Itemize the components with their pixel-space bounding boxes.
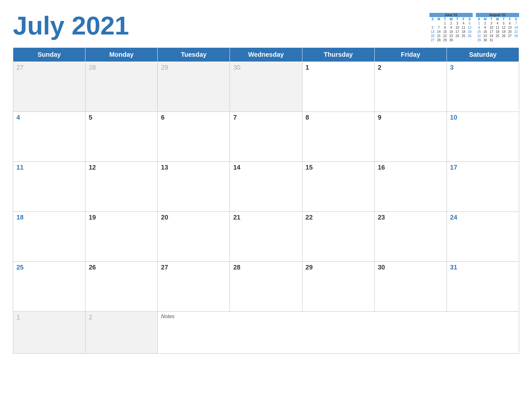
- calendar-cell[interactable]: 26: [85, 262, 158, 312]
- calendar-cell[interactable]: 28: [230, 262, 302, 312]
- mini-cal-day: 30: [482, 38, 488, 42]
- mini-cal-day: [467, 38, 473, 42]
- calendar-cell[interactable]: 10: [447, 112, 519, 162]
- mini-cal-day: 27: [507, 34, 513, 38]
- calendar-cell[interactable]: 25: [13, 262, 85, 312]
- calendar-cell[interactable]: 14: [230, 162, 302, 212]
- calendar-cell[interactable]: 8: [302, 112, 374, 162]
- mini-cal-day: 14: [513, 25, 519, 30]
- calendar-cell[interactable]: 5: [85, 112, 158, 162]
- mini-calendars-container: June '21 S M T W T F S 12345678910111213…: [429, 13, 519, 42]
- mini-cal-day: 7: [436, 25, 442, 30]
- mini-cal-day: 23: [448, 34, 454, 38]
- mini-cal-day: 16: [482, 30, 488, 34]
- calendar-cell[interactable]: 15: [302, 162, 374, 212]
- mini-cal-day: 26: [501, 34, 507, 38]
- notes-cell[interactable]: Notes: [158, 312, 519, 354]
- calendar-cell[interactable]: 2: [374, 62, 447, 112]
- mini-cal-day: 28: [436, 38, 442, 42]
- day-number: 7: [233, 114, 299, 121]
- mini-cal-day: 22: [476, 34, 482, 38]
- calendar-cell[interactable]: 30: [230, 62, 302, 112]
- calendar-cell[interactable]: 7: [230, 112, 302, 162]
- calendar-cell[interactable]: 27: [13, 62, 85, 112]
- mini-cal-august-title: August '21: [476, 13, 519, 17]
- calendar-cell[interactable]: 21: [230, 212, 302, 262]
- calendar-cell[interactable]: 18: [13, 212, 85, 262]
- calendar-cell[interactable]: 24: [447, 212, 519, 262]
- mini-cal-day: 18: [495, 30, 501, 34]
- day-number: 1: [306, 64, 371, 71]
- calendar-cell[interactable]: 9: [374, 112, 447, 162]
- calendar-cell[interactable]: 4: [13, 112, 85, 162]
- mini-cal-day: 22: [442, 34, 448, 38]
- mini-cal-day: [495, 38, 501, 42]
- mini-cal-day: 31: [488, 38, 494, 42]
- calendar-cell[interactable]: 16: [374, 162, 447, 212]
- col-header-friday: Friday: [374, 48, 447, 62]
- col-header-saturday: Saturday: [447, 48, 519, 62]
- mini-cal-august: August '21 S M T W T F S 123456789101112…: [476, 13, 519, 42]
- calendar-cell[interactable]: 2: [85, 312, 158, 354]
- day-number: 28: [233, 264, 299, 271]
- mini-cal-august-sat-hdr: S: [513, 17, 519, 21]
- calendar-cell[interactable]: 31: [447, 262, 519, 312]
- calendar-cell[interactable]: 23: [374, 212, 447, 262]
- calendar-cell[interactable]: 19: [85, 212, 158, 262]
- mini-cal-day: 2: [448, 21, 454, 25]
- mini-cal-day: 15: [442, 30, 448, 34]
- calendar-cell[interactable]: 12: [85, 162, 158, 212]
- mini-cal-day: 5: [501, 21, 507, 25]
- mini-cal-day: 13: [429, 30, 436, 34]
- calendar-cell[interactable]: 6: [158, 112, 230, 162]
- mini-cal-day: [460, 38, 467, 42]
- mini-cal-day: 14: [436, 30, 442, 34]
- mini-cal-june-sat-hdr: S: [467, 17, 473, 21]
- page-title: July 2021: [13, 10, 129, 39]
- day-number: 20: [161, 214, 226, 221]
- calendar-cell[interactable]: 11: [13, 162, 85, 212]
- calendar-week-row: 27282930123: [13, 62, 519, 112]
- day-number: 27: [16, 64, 82, 71]
- day-number: 27: [161, 264, 226, 271]
- mini-cal-day: [436, 21, 442, 25]
- calendar-cell[interactable]: 28: [85, 62, 158, 112]
- calendar-cell[interactable]: 27: [158, 262, 230, 312]
- day-number: 25: [16, 264, 82, 271]
- calendar-cell[interactable]: 3: [447, 62, 519, 112]
- mini-cal-august-tue-hdr: T: [488, 17, 494, 21]
- mini-cal-day: 21: [436, 34, 442, 38]
- mini-cal-june-thu-hdr: T: [454, 17, 460, 21]
- calendar-cell[interactable]: 29: [158, 62, 230, 112]
- day-number: 10: [450, 114, 516, 121]
- day-number: 1: [16, 314, 82, 321]
- calendar-last-row: 12Notes: [13, 312, 519, 354]
- calendar-cell[interactable]: 17: [447, 162, 519, 212]
- calendar-cell[interactable]: 1: [13, 312, 85, 354]
- calendar-cell[interactable]: 20: [158, 212, 230, 262]
- calendar-week-row: 11121314151617: [13, 162, 519, 212]
- mini-cal-day: 9: [448, 25, 454, 30]
- mini-cal-day: 25: [460, 34, 467, 38]
- calendar-cell[interactable]: 29: [302, 262, 374, 312]
- day-number: 11: [16, 164, 82, 171]
- mini-cal-day: 19: [467, 30, 473, 34]
- day-number: 13: [161, 164, 226, 171]
- mini-cal-day: 19: [501, 30, 507, 34]
- mini-cal-day: 4: [460, 21, 467, 25]
- day-number: 30: [378, 264, 443, 271]
- mini-cal-day: 18: [460, 30, 467, 34]
- mini-cal-day: 24: [454, 34, 460, 38]
- mini-cal-day: 24: [488, 34, 494, 38]
- day-number: 18: [16, 214, 82, 221]
- day-number: 17: [450, 164, 516, 171]
- calendar-cell[interactable]: 1: [302, 62, 374, 112]
- calendar-cell[interactable]: 13: [158, 162, 230, 212]
- mini-cal-day: 21: [513, 30, 519, 34]
- calendar-cell[interactable]: 22: [302, 212, 374, 262]
- mini-cal-day: 5: [467, 21, 473, 25]
- mini-cal-day: 16: [448, 30, 454, 34]
- notes-label: Notes: [161, 314, 174, 319]
- day-number: 8: [306, 114, 371, 121]
- calendar-cell[interactable]: 30: [374, 262, 447, 312]
